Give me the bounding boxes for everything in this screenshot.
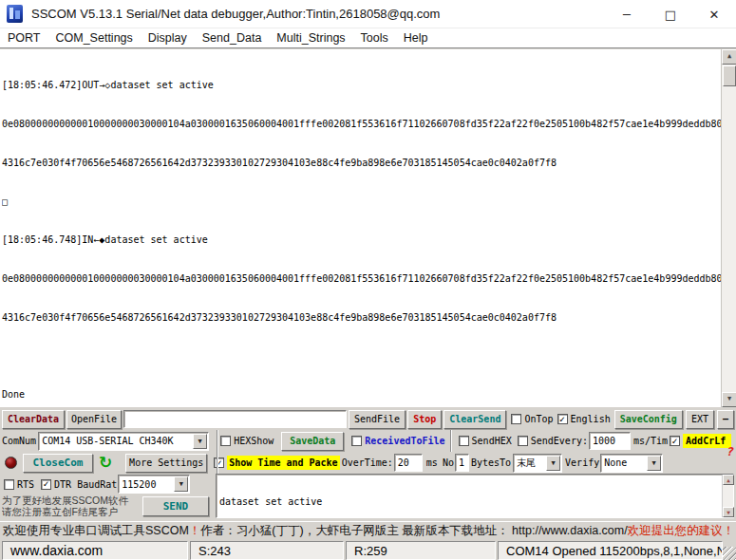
scroll-up-icon[interactable]: ▲ [723,475,734,485]
status-sent-count: S:243 [190,541,344,560]
comnum-label: ComNum [2,436,36,446]
window-title: SSCOM V5.13.1 Serial/Net data debugger,A… [31,7,440,21]
dtr-checkbox[interactable]: DTR [41,479,71,490]
status-website: www.daxia.com [2,541,188,560]
scrollbar-thumb[interactable] [723,65,736,86]
overtime-input[interactable] [394,454,423,472]
save-data-button[interactable]: SaveData [281,432,344,451]
ontop-label: OnTop [524,414,553,424]
hint-mark: ！ [189,523,201,539]
checkbox-box [557,414,568,424]
verify-value: None [604,457,645,468]
bytes-count-input[interactable] [455,454,469,472]
scroll-down-icon[interactable]: ▼ [723,507,734,517]
clear-data-button[interactable]: ClearData [2,410,65,429]
send-every-checkbox[interactable]: SendEvery: [518,436,588,446]
terminal-line: 4316c7e030f4f70656e5468726561642d3732393… [2,311,721,325]
menu-help[interactable]: Help [396,29,436,47]
add-crlf-checkbox[interactable]: AddCrLf [670,434,731,448]
hexshow-label: HEXShow [234,436,274,446]
send-interval-input[interactable] [589,432,631,450]
checkbox-box [41,479,51,490]
scroll-up-icon[interactable]: ▲ [722,49,736,65]
file-path-input[interactable] [123,410,347,428]
com-port-value: COM14 USB-SERIAL CH340K [42,436,191,446]
window-controls: ─ □ ✕ [605,0,736,28]
checkbox-box [214,457,224,468]
checkbox-box [670,436,680,446]
minimize-icon[interactable]: ─ [605,0,649,28]
send-line: dataset set active [219,496,721,507]
verify-label: Verify [565,457,599,468]
open-file-button[interactable]: OpenFile [66,410,122,429]
verify-select[interactable]: None ▼ [600,454,663,473]
terminal-line: Done [2,388,721,401]
ext-button[interactable]: EXT [686,410,714,429]
terminal-line: [18:05:46.748]IN←◆dataset set active [2,233,721,247]
chevron-down-icon[interactable]: ▼ [174,476,188,492]
send-text-area[interactable]: dataset set active 0e0800000000000100000… [216,474,734,518]
checkbox-box [4,479,14,490]
chevron-down-icon[interactable]: ▼ [546,456,560,471]
collapse-button[interactable]: — [717,410,734,429]
resize-grip[interactable] [723,547,736,560]
title-bar: SSCOM V5.13.1 Serial/Net data debugger,A… [0,0,736,28]
menu-com-settings[interactable]: COM_Settings [48,29,141,47]
show-time-packet-checkbox[interactable]: Show Time and Packe [214,456,339,470]
send-button[interactable]: SEND [142,496,209,516]
cut-mode-select[interactable]: 末尾 ▼ [513,454,562,473]
terminal-line: 4316c7e030f4f70656e5468726561642d3732393… [2,157,721,170]
chevron-down-icon[interactable]: ▼ [193,434,207,449]
com-port-select[interactable]: COM14 USB-SERIAL CH340K ▼ [38,432,209,451]
received-to-file-checkbox[interactable]: ReceivedToFile [351,436,444,446]
com-status-led [5,457,17,469]
hint-suggestion: 欢迎提出您的建议！ [628,523,735,539]
menu-port[interactable]: PORT [0,29,48,47]
clear-send-button[interactable]: ClearSend [443,410,506,429]
promo-text: 为了更好地发展SSCOM软件 请您注册嘉立创F结尾客户 [2,495,141,517]
receive-area[interactable]: [18:05:46.472]OUT→◇dataset set active 0e… [0,49,736,407]
menu-send-data[interactable]: Send_Data [195,29,270,47]
overtime-label: OverTime: [342,457,393,468]
no-label: No [443,457,454,468]
send-file-button[interactable]: SendFile [349,410,406,429]
menu-display[interactable]: Display [141,29,195,47]
close-icon[interactable]: ✕ [692,0,736,28]
baudrate-select[interactable]: 115200 ▼ [118,475,190,494]
chevron-down-icon[interactable]: ▼ [647,456,661,471]
send-scrollbar[interactable]: ▲ ▼ [722,475,733,517]
close-com-button[interactable]: CloseCom [23,454,93,473]
hexshow-checkbox[interactable]: HEXShow [220,436,274,446]
terminal-line: 0e080000000000010000000030000104a0300001… [2,272,721,286]
received-to-file-label: ReceivedToFile [365,436,444,446]
status-received-count: R:259 [346,541,496,560]
ms-tim-label: ms/Tim [633,436,668,446]
receive-scrollbar[interactable]: ▲ ▼ [721,49,736,407]
bytes-to-label: BytesTo [471,457,511,468]
terminal-line [2,350,721,364]
show-time-packet-label: Show Time and Packe [227,456,339,470]
sscom-window: SSCOM V5.13.1 Serial/Net data debugger,A… [0,0,736,560]
control-panel: ClearData OpenFile SendFile Stop ClearSe… [0,407,736,518]
hint-bar: 欢迎使用专业串口调试工具SSCOM ！ 作者：习小猛(丁丁)，大虾电子网版主 最… [0,521,736,539]
checkbox-box [459,436,469,446]
rts-label: RTS [17,479,34,490]
more-settings-button[interactable]: More Settings [125,454,207,473]
menu-multi-strings[interactable]: Multi_Strings [269,29,352,47]
app-icon [7,5,23,23]
checkbox-box [511,414,521,424]
save-config-button[interactable]: SaveConfig [614,410,683,429]
english-checkbox[interactable]: English [557,414,611,424]
port-config-panel: RTS DTR BaudRat 115200 ▼ 为了更好地发展SSCOM软件 … [0,474,216,518]
help-icon[interactable]: ? [727,444,734,458]
maximize-icon[interactable]: □ [649,0,692,28]
english-label: English [571,414,611,424]
refresh-ports-icon[interactable]: ↻ [99,455,112,471]
menu-tools[interactable]: Tools [353,29,396,47]
send-hex-checkbox[interactable]: SendHEX [459,436,512,446]
baudrate-value: 115200 [122,479,172,490]
scroll-down-icon[interactable]: ▼ [722,392,736,407]
rts-checkbox[interactable]: RTS [4,479,34,490]
ontop-checkbox[interactable]: OnTop [511,414,553,424]
stop-button[interactable]: Stop [407,410,442,429]
